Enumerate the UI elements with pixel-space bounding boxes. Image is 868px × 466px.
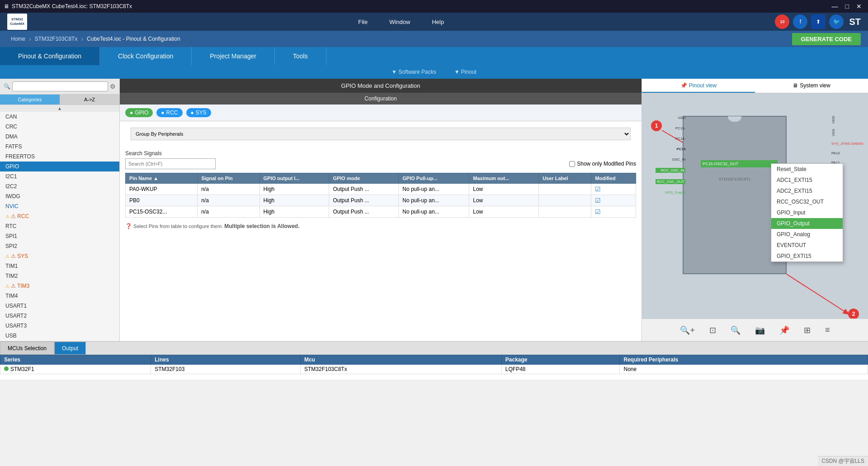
sidebar-item-usart1[interactable]: USART1 (0, 301, 119, 311)
maximize-button[interactable]: □ (843, 0, 852, 13)
col-max-out[interactable]: Maximum out... (469, 173, 539, 184)
sidebar-item-usb[interactable]: USB (0, 331, 119, 341)
sidebar-item-i2c2[interactable]: I2C2 (0, 181, 119, 191)
menu-reset-state[interactable]: Reset_State (771, 164, 843, 175)
pin-button[interactable]: 📌 (776, 323, 793, 337)
sidebar-collapse[interactable]: ▲ (0, 105, 119, 112)
sidebar-item-freertos[interactable]: FREERTOS (0, 152, 119, 162)
menu-gpio-input[interactable]: GPIO_Input (771, 207, 843, 218)
minimize-button[interactable]: — (829, 0, 841, 13)
sidebar-item-nvic[interactable]: NVIC (0, 201, 119, 211)
cell-user-label (539, 195, 591, 206)
bottom-header-row: Series Lines Mcu Package Required Periph… (0, 355, 868, 365)
menu-window[interactable]: Window (386, 17, 414, 27)
sidebar-item-i2c1[interactable]: I2C1 (0, 171, 119, 181)
sidebar-item-spi1[interactable]: SPI1 (0, 231, 119, 241)
context-menu: Reset_State ADC1_EXTI15 ADC2_EXTI15 RCC_… (771, 163, 843, 262)
menu-adc2-exti15[interactable]: ADC2_EXTI15 (771, 185, 843, 196)
sidebar-item-usb-device[interactable]: USB_DEVICE (0, 341, 119, 341)
menu-rcc-osc32-out[interactable]: RCC_OSC32_OUT (771, 196, 843, 207)
pinout-toolbar: 🔍+ ⊡ 🔍 📷 📌 ⊞ ≡ (642, 319, 868, 341)
social-icon-share[interactable]: ⬆ (811, 14, 826, 29)
menu-button[interactable]: ≡ (821, 323, 834, 337)
close-button[interactable]: ✕ (854, 0, 864, 13)
sidebar-item-iwdg[interactable]: IWDG (0, 191, 119, 201)
social-icon-twitter[interactable]: 🐦 (829, 14, 844, 29)
sys-badge[interactable]: ● SYS (186, 108, 211, 117)
sub-tab-pinout[interactable]: ▼ Pinout (454, 69, 476, 75)
sidebar-tab-categories[interactable]: Categories (0, 95, 60, 105)
show-modified-checkbox[interactable] (569, 161, 575, 167)
sidebar-item-sys[interactable]: ⚠ SYS (0, 251, 119, 261)
table-row[interactable]: PA0-WKUP n/a High Output Push ... No pul… (126, 184, 636, 195)
generate-code-button[interactable]: GENERATE CODE (792, 33, 861, 45)
menu-eventout[interactable]: EVENTOUT (771, 240, 843, 251)
gpio-label: GPIO (135, 109, 148, 116)
sidebar-item-rcc[interactable]: ⚠ RCC (0, 211, 119, 221)
zoom-out-button[interactable]: 🔍 (727, 323, 744, 337)
table-row[interactable]: PC15-OSC32... n/a High Output Push ... N… (126, 206, 636, 218)
bottom-tab-mcu[interactable]: MCUs Selection (0, 342, 54, 355)
breadcrumb-current[interactable]: CubeTest4.ioc - Pinout & Configuration (83, 36, 184, 42)
tab-project-manager[interactable]: Project Manager (192, 47, 275, 65)
tab-pinout-config[interactable]: Pinout & Configuration (0, 47, 100, 65)
menu-file[interactable]: File (354, 17, 371, 27)
sidebar-item-usart3[interactable]: USART3 (0, 321, 119, 331)
sidebar-search-bar: 🔍 ⚙ (0, 79, 119, 95)
sidebar-item-spi2[interactable]: SPI2 (0, 241, 119, 251)
tab-clock-config[interactable]: Clock Configuration (100, 47, 192, 65)
sidebar-item-rtc[interactable]: RTC (0, 221, 119, 231)
sidebar-item-can[interactable]: CAN (0, 112, 119, 122)
col-user-label[interactable]: User Label (539, 173, 591, 184)
menu-gpio-analog[interactable]: GPIO_Analog (771, 229, 843, 240)
breadcrumb-mcu[interactable]: STM32F103C8Tx (31, 36, 81, 42)
gear-icon[interactable]: ⚙ (110, 83, 116, 90)
fit-screen-button[interactable]: ⊡ (706, 323, 720, 337)
col-pin-name[interactable]: Pin Name ▲ (126, 173, 198, 184)
sidebar-item-fatfs[interactable]: FATFS (0, 142, 119, 152)
menu-adc1-exti15[interactable]: ADC1_EXTI15 (771, 175, 843, 185)
menu-help[interactable]: Help (428, 17, 448, 27)
sub-tab-software-packs[interactable]: ▼ Software Packs (392, 69, 436, 75)
info-icon: ❓ (125, 223, 132, 229)
bottom-table-row[interactable]: STM32F1 STM32F103 STM32F103C8Tx LQFP48 N… (0, 365, 868, 374)
sidebar-item-tim1[interactable]: TIM1 (0, 261, 119, 271)
menu-gpio-output[interactable]: GPIO_Output (771, 218, 843, 229)
search-signals-input[interactable] (125, 158, 216, 169)
sidebar-item-crc[interactable]: CRC (0, 122, 119, 132)
tab-system-view[interactable]: 🖥 System view (755, 79, 868, 93)
col-modified[interactable]: Modified (591, 173, 636, 184)
sidebar-tab-az[interactable]: A->Z (60, 95, 119, 105)
sidebar-item-dma[interactable]: DMA (0, 132, 119, 142)
cell-mcu: STM32F103C8Tx (300, 365, 501, 374)
sidebar-item-tim2[interactable]: TIM2 (0, 271, 119, 281)
zoom-in-button[interactable]: 🔍+ (676, 323, 698, 337)
menu-gpio-exti15[interactable]: GPIO_EXTI15 (771, 251, 843, 262)
screenshot-button[interactable]: 📷 (751, 323, 769, 337)
sidebar-item-gpio[interactable]: GPIO (0, 162, 119, 171)
sidebar-item-usart2[interactable]: USART2 (0, 311, 119, 321)
tab-tools[interactable]: Tools (275, 47, 326, 65)
rcc-badge[interactable]: ● RCC (156, 108, 182, 117)
col-signal[interactable]: Signal on Pin (198, 173, 259, 184)
social-icon-10[interactable]: 10 (775, 14, 789, 29)
social-icon-facebook[interactable]: f (793, 14, 807, 29)
sidebar-item-tim4[interactable]: TIM4 (0, 291, 119, 301)
cell-modified: ☑ (591, 206, 636, 218)
cell-gpio-mode: Output Push ... (329, 206, 399, 218)
search-input[interactable] (12, 81, 108, 91)
table-row[interactable]: PB0 n/a High Output Push ... No pull-up … (126, 195, 636, 206)
sidebar-item-tim3[interactable]: ⚠ TIM3 (0, 281, 119, 291)
breadcrumb-home[interactable]: Home (7, 36, 29, 42)
col-gpio-pullup[interactable]: GPIO Pull-up... (399, 173, 469, 184)
cell-pin-name: PC15-OSC32... (126, 206, 198, 218)
tab-pinout-view[interactable]: 📌 Pinout view (642, 79, 755, 93)
col-gpio-output[interactable]: GPIO output I... (259, 173, 329, 184)
grid-button[interactable]: ⊞ (800, 323, 814, 337)
group-by-select[interactable]: Group By Peripherals Group By Mode (131, 128, 631, 140)
gpio-badge[interactable]: ● GPIO (125, 108, 153, 117)
cell-required: None (620, 365, 868, 374)
cell-signal: n/a (198, 184, 259, 195)
bottom-tab-output[interactable]: Output (54, 342, 86, 355)
col-gpio-mode[interactable]: GPIO mode (329, 173, 399, 184)
